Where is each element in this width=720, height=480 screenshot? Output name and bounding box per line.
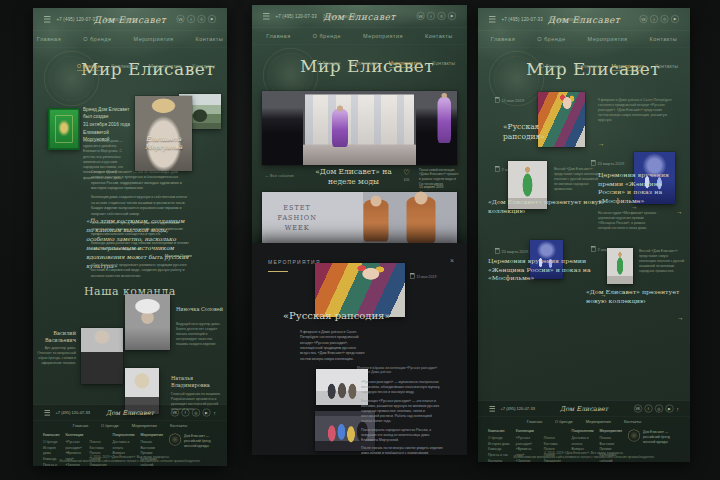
footer-nav-link[interactable]: О бренде	[555, 419, 573, 424]
section-tab[interactable]: Мероприятия	[388, 60, 421, 68]
footer-link[interactable]: Доставка и оплата	[113, 439, 135, 450]
copyright: © 2016–2019 «Дом Елисавет». Все права за…	[478, 450, 690, 460]
section-tab[interactable]: Контакты	[432, 60, 455, 68]
footer-nav-link[interactable]: О бренде	[101, 423, 119, 428]
section-tab[interactable]: Коллекции	[351, 60, 377, 68]
section-tab[interactable]: Контакты	[192, 63, 215, 71]
copyright-line: Использование материалов сайта возможно …	[33, 459, 227, 464]
news-title[interactable]: Церемония вручения премии «Женщина Росси…	[598, 171, 682, 205]
footer-link[interactable]: Доставка и оплата	[572, 435, 594, 446]
menu-icon[interactable]	[44, 410, 50, 416]
nav-link[interactable]: Главная	[491, 36, 515, 42]
calendar-icon	[591, 246, 596, 252]
calendar-icon	[591, 160, 596, 166]
social-icon[interactable]: VK	[640, 15, 648, 23]
section-tab[interactable]: Коллекции	[111, 63, 137, 71]
social-icon[interactable]: f	[427, 12, 435, 20]
section-tab[interactable]: Контакты	[655, 63, 678, 71]
news-title[interactable]: «Дом Елисавет» презентует новую коллекци…	[586, 288, 686, 305]
nav-link[interactable]: Мероприятия	[588, 36, 628, 42]
section-tab[interactable]: О бренде	[540, 63, 563, 71]
event-article-modal: МЕРОПРИЯТИЯ × 15 мая 2019 «Русская рапсо…	[252, 243, 467, 455]
menu-icon[interactable]	[263, 13, 270, 20]
site-logo[interactable]: Дом Елисавет	[548, 14, 621, 25]
social-icon[interactable]: ▶	[665, 405, 673, 413]
footer-phone[interactable]: +7 (495) 120-07-33	[56, 410, 90, 415]
footer-phone[interactable]: +7 (495) 120-07-33	[501, 406, 535, 411]
news-list: 15 мая 2019 «Русская рапсодия» 9 февраля…	[478, 92, 690, 401]
social-icon[interactable]: VK	[177, 15, 185, 23]
social-icon[interactable]: ▶	[208, 15, 216, 23]
social-icon[interactable]: ◎	[192, 409, 200, 417]
footer-nav-link[interactable]: Контакты	[624, 419, 641, 424]
site-logo[interactable]: Дом Елисавет	[323, 11, 396, 22]
social-icon[interactable]: f	[650, 15, 658, 23]
news-title[interactable]: Церемония вручения премии «Женщина Росси…	[488, 257, 594, 282]
read-more-arrow[interactable]: →	[676, 208, 683, 216]
read-more-arrow[interactable]: →	[677, 314, 684, 322]
footer-nav-link[interactable]: Мероприятия	[132, 423, 157, 428]
event-title-row: ← Все события «Дом Елисавет» на неделе м…	[252, 165, 467, 192]
member-name: Наталья Владимировна	[171, 375, 223, 389]
nav-link[interactable]: Мероприятия	[134, 36, 174, 42]
phone-link[interactable]: +7 (495) 120-07-33	[502, 17, 543, 22]
social-icon[interactable]: ◎	[198, 15, 206, 23]
nav-link[interactable]: Контакты	[196, 36, 224, 42]
nav-link[interactable]: Главная	[266, 33, 290, 39]
social-icon[interactable]: f	[187, 15, 195, 23]
event-date: 15 апреля 2019	[419, 185, 460, 189]
emblem-line: женской одежды	[643, 439, 670, 444]
site-logo[interactable]: Дом Елисавет	[94, 14, 167, 25]
like-control[interactable]: ♡105	[400, 168, 413, 182]
scroll-top-button[interactable]: ↑	[676, 406, 679, 412]
footer-nav-link[interactable]: Контакты	[170, 423, 187, 428]
footer-link[interactable]: «Русская рапсодия»	[516, 435, 538, 446]
social-icon[interactable]: VK	[417, 12, 425, 20]
social-icon[interactable]: f	[181, 409, 189, 417]
nav-link[interactable]: Контакты	[425, 33, 453, 39]
news-date: 20 марта 2019	[591, 160, 624, 166]
footer-nav-link[interactable]: Мероприятия	[586, 419, 611, 424]
news-title[interactable]: «Дом Елисавет» презентует новую коллекци…	[488, 198, 604, 215]
footer-logo[interactable]: Дом Елисавет	[560, 405, 608, 413]
footer-link[interactable]: «Русская рапсодия»	[65, 439, 83, 450]
footer-nav-link[interactable]: Главная	[73, 423, 88, 428]
social-icon[interactable]: ▶	[448, 12, 456, 20]
social-icon[interactable]: f	[644, 405, 652, 413]
section-tab[interactable]: Мероприятия	[611, 63, 644, 71]
close-icon[interactable]: ×	[450, 256, 454, 264]
news-photo[interactable]	[607, 248, 633, 284]
menu-icon[interactable]	[44, 16, 51, 23]
social-icon[interactable]: ▶	[202, 409, 210, 417]
section-tab[interactable]: Мероприятия	[148, 63, 181, 71]
heart-icon[interactable]: ♡	[403, 168, 410, 177]
social-icon[interactable]: ◎	[655, 405, 663, 413]
nav-link[interactable]: Главная	[37, 36, 61, 42]
page-event: +7 (495) 120-07-33 Заказать звонок Дом Е…	[252, 5, 467, 243]
section-tab[interactable]: О бренде	[317, 60, 340, 68]
nav-link[interactable]: О бренде	[313, 33, 341, 39]
section-tab[interactable]: О бренде	[77, 63, 100, 71]
phone-link[interactable]: +7 (495) 120-07-33	[57, 17, 98, 22]
back-link[interactable]: ← Все события	[265, 173, 294, 178]
social-icon[interactable]: VK	[634, 405, 642, 413]
footer-nav-link[interactable]: Главная	[527, 419, 542, 424]
social-icon[interactable]: VK	[171, 409, 179, 417]
nav-link[interactable]: О бренде	[83, 36, 111, 42]
scroll-top-button[interactable]: ↑	[213, 410, 216, 416]
social-icon[interactable]: ◎	[661, 15, 669, 23]
social-icon[interactable]: ▶	[671, 15, 679, 23]
menu-icon[interactable]	[489, 406, 495, 412]
news-title[interactable]: «Русская рапсодия»	[503, 121, 583, 141]
nav-link[interactable]: Контакты	[650, 36, 678, 42]
section-tab[interactable]: Коллекции	[574, 63, 600, 71]
footer-logo[interactable]: Дом Елисавет	[106, 409, 154, 417]
nav-link[interactable]: О бренде	[537, 36, 565, 42]
founder-photo: Елизавета Моргунова	[135, 96, 192, 171]
menu-icon[interactable]	[489, 16, 496, 23]
social-icon[interactable]: ◎	[438, 12, 446, 20]
read-more-arrow[interactable]: →	[598, 140, 605, 148]
phone-link[interactable]: +7 (495) 120-07-33	[276, 14, 317, 19]
nav-link[interactable]: Мероприятия	[363, 33, 403, 39]
event-title: «Дом Елисавет» на неделе моды	[311, 167, 396, 187]
